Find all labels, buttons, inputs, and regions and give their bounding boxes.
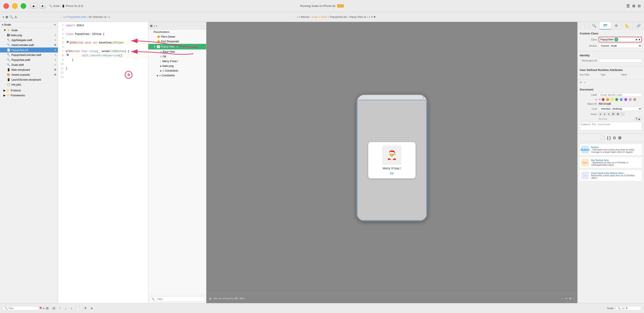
align-center-btn[interactable]: ≡ — [603, 112, 606, 116]
inspector-tab-file[interactable]: 📄 — [578, 22, 589, 30]
add-file-button[interactable]: + — [2, 15, 4, 19]
ib-scale2[interactable]: Scale — [321, 16, 327, 18]
ib-forward-button[interactable]: › — [299, 15, 300, 18]
color-green[interactable] — [615, 98, 618, 101]
restoration-id-input[interactable] — [599, 59, 642, 62]
color-orange[interactable] — [606, 98, 609, 101]
ib-nav-prev[interactable]: ‹ — [367, 15, 368, 18]
bottom-icon-btn-6[interactable]: 📄 — [75, 305, 81, 311]
ib-ok-button[interactable]: B OK — [148, 54, 206, 59]
inspector-tab-size[interactable]: 📐 — [622, 22, 633, 30]
minimize-button[interactable] — [12, 3, 18, 9]
ib-nav-next[interactable]: › — [369, 15, 370, 18]
ib-filter-input[interactable] — [156, 297, 203, 301]
maximize-button[interactable] — [21, 3, 26, 9]
sidebar-item-viewcontroller[interactable]: 🔧 ViewController.swift M — [0, 42, 58, 48]
document-label-input[interactable] — [599, 93, 642, 97]
canvas-view-toggle[interactable]: ⊞ — [209, 297, 212, 300]
ib-merry-xmas[interactable]: L Merry X'mas ! — [148, 59, 206, 64]
sidebar-item-leako[interactable]: 🖼 leako.png A — [0, 33, 58, 38]
back-button[interactable]: ‹ — [64, 15, 64, 18]
canvas-zoom-btn1[interactable]: ↔ — [560, 297, 564, 300]
sidebar-item-scale-group[interactable]: ▼ 📁 Scale — [0, 28, 58, 33]
sidebar-item-frameworks[interactable]: ▶ 📁 Frameworks — [0, 93, 58, 98]
bottom-icon-btn-3[interactable]: ↑ — [58, 306, 62, 311]
nav-prev[interactable]: ‹ — [108, 15, 108, 18]
color-purple[interactable] — [624, 98, 627, 101]
ib-toolbar-btn1[interactable]: ⊞ — [150, 24, 152, 28]
ib-popup-view-item[interactable]: ▼ □ Popup View ① — [148, 44, 206, 50]
ib-back-button[interactable]: ‹ — [297, 15, 298, 18]
inspector-tab-quick[interactable]: 🔍 — [589, 22, 600, 30]
canvas-zoom-btn4[interactable]: ↕ — [573, 297, 575, 300]
uib-filter-btn[interactable]: ✕ — [626, 307, 628, 310]
comment-for-localizer-input[interactable] — [580, 122, 642, 130]
layout-button[interactable]: ⊞ — [632, 4, 635, 8]
bottom-icon-btn-2[interactable]: ⊟ — [52, 305, 56, 311]
inspector-bottom-tab-3[interactable]: ⊙ — [613, 136, 616, 140]
search-button[interactable]: 🔍 — [10, 15, 13, 19]
stop-button[interactable]: ■ — [39, 4, 46, 8]
bottom-add-btn[interactable]: + — [39, 306, 43, 311]
ib-toolbar-btn3[interactable]: › — [156, 24, 157, 28]
inspector-tab-attributes[interactable]: ⚙ — [611, 22, 622, 30]
ib-base-view[interactable]: □ Base View — [148, 50, 206, 54]
warning-button[interactable]: ⚠ — [14, 15, 17, 19]
inspector-tab-connections[interactable]: 🔗 — [633, 22, 644, 30]
play-button[interactable]: ▶ — [30, 4, 37, 8]
ib-manual[interactable]: Manual — [301, 16, 309, 18]
ib-files-owner[interactable]: 🔶 File's Owner — [148, 34, 206, 39]
table-btn[interactable]: ⊞ — [616, 112, 620, 116]
canvas-zoom-btn2[interactable]: ⇔ — [565, 297, 568, 300]
sidebar-item-popupviewcontroller[interactable]: 🔧 PopupViewController.swift A — [0, 52, 58, 58]
warning-nav[interactable]: ⚠ — [104, 15, 106, 18]
sidebar-item-infoplist[interactable]: 📋 Info.plist — [0, 82, 58, 87]
bottom-icon-btn-7[interactable]: ✈ — [83, 305, 88, 311]
ib-warning[interactable]: ⚠ — [364, 15, 366, 18]
ib-popup-view[interactable]: Popup View — [349, 16, 363, 18]
ib-constraints-2[interactable]: ▸ ⊞ Constraints — [148, 73, 206, 78]
sidebar-toggle[interactable]: ☰ — [626, 4, 630, 8]
color-blue[interactable] — [620, 98, 623, 101]
bottom-filter-input[interactable] — [8, 307, 38, 310]
sidebar-item-launchscreen[interactable]: 📱 LaunchScreen.storyboard — [0, 77, 58, 82]
class-clear-btn[interactable]: ✕ — [635, 38, 638, 41]
filter-button[interactable]: ⊞ — [6, 15, 8, 19]
inspector-bottom-tab-2[interactable]: { } — [607, 136, 611, 140]
breadcrumb-item-popupview[interactable]: PopupView.swift — [67, 16, 86, 18]
bottom-icon-btn-4[interactable]: ↓ — [64, 306, 67, 311]
ib-leako-img[interactable]: ▸ leako.png — [148, 64, 206, 68]
ib-popupview-xib[interactable]: PopupView.xib — [330, 16, 347, 18]
sidebar-item-products[interactable]: ▶ 📁 Products — [0, 88, 58, 93]
forward-button[interactable]: › — [65, 15, 66, 18]
split-button[interactable]: ⊟ — [638, 4, 640, 8]
color-pink[interactable] — [629, 98, 632, 101]
sidebar-item-popupview-swift[interactable]: 🔧 PopupView.swift A — [0, 58, 58, 62]
align-justify-btn[interactable]: ⊟ — [611, 112, 615, 116]
sidebar-item-appdelegate[interactable]: 🔧 AppDelegate.swift A — [0, 38, 58, 42]
more-btn[interactable]: ··· — [620, 112, 625, 116]
ib-first-responder[interactable]: 🔶 First Responder — [148, 39, 206, 44]
color-gray[interactable] — [633, 98, 636, 101]
inspector-bottom-tab-4[interactable]: ⊞ — [618, 136, 622, 140]
color-red[interactable] — [602, 98, 605, 101]
lock-select[interactable]: Inherited - (Nothing) — [599, 107, 642, 111]
module-select[interactable]: Current - Scale — [599, 44, 642, 48]
color-yellow[interactable] — [611, 98, 614, 101]
ib-constraints-1[interactable]: ▸ ⊞ Constraints — [148, 68, 206, 73]
inspector-tab-identity[interactable]: 🪪 — [600, 22, 611, 30]
close-button[interactable] — [4, 3, 9, 9]
align-left-btn[interactable]: ≡ — [599, 112, 602, 116]
bottom-icon-btn-1[interactable]: ⊞ — [45, 305, 50, 311]
ib-toolbar-btn2[interactable]: ‹ — [154, 24, 155, 28]
ib-close-button[interactable]: ✕ — [373, 15, 376, 18]
class-dropdown-btn[interactable]: ▾ — [639, 38, 640, 41]
sidebar-item-main-storyboard[interactable]: 📱 Main.storyboard M — [0, 67, 58, 72]
bottom-filter-list-btn[interactable]: ≡ — [43, 307, 44, 310]
inspector-bottom-tab-1[interactable]: 📄 — [600, 136, 605, 140]
remove-attribute-btn[interactable]: − — [584, 80, 586, 85]
bottom-icon-btn-8[interactable]: ⎈ — [90, 306, 94, 311]
ib-scale1[interactable]: Scale — [312, 16, 318, 18]
align-right-btn[interactable]: ≡ — [607, 112, 610, 116]
sidebar-item-scale-swift[interactable]: 🔧 Scale.swift A — [0, 62, 58, 67]
